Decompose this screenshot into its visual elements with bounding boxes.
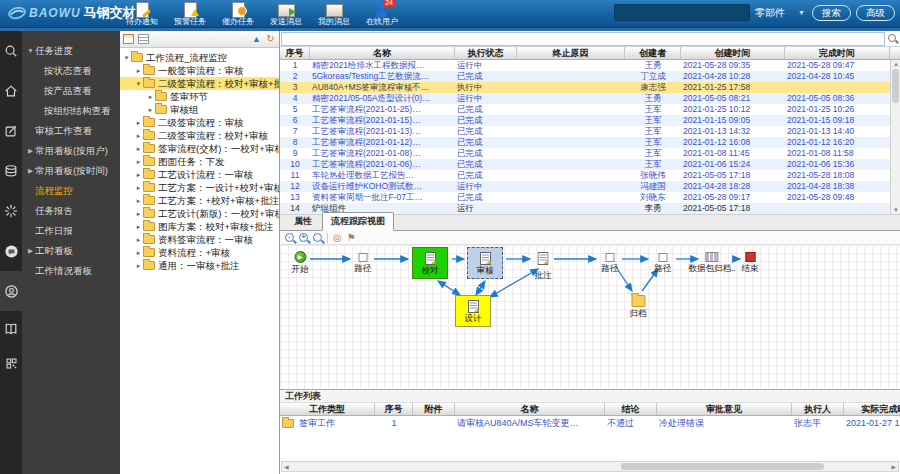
- column-header[interactable]: 工作类型: [280, 403, 375, 415]
- sidebar-item-active[interactable]: 流程监控: [22, 181, 120, 201]
- tree-caret-icon[interactable]: ▸: [134, 246, 143, 259]
- tree-caret-icon[interactable]: ▸: [134, 142, 143, 155]
- scroll-left-icon[interactable]: ◀: [284, 463, 289, 470]
- tree-node[interactable]: ▾二级签审流程：校对+审核+批注: [120, 77, 279, 90]
- diagram-node-path[interactable]: 路径: [655, 251, 672, 275]
- tab-properties[interactable]: 属性: [286, 213, 320, 230]
- table-cell[interactable]: 签审工作: [280, 416, 375, 430]
- tree-caret-icon[interactable]: ▸: [134, 129, 143, 142]
- column-header[interactable]: 附件: [413, 403, 455, 415]
- column-header[interactable]: 名称: [455, 403, 605, 415]
- sidebar-item-item[interactable]: 工作情况看板: [22, 261, 120, 281]
- spinner-icon[interactable]: [0, 191, 22, 231]
- diagram-node-box-green[interactable]: 校对: [412, 247, 448, 279]
- sidebar-item-item[interactable]: 审核工作查看: [22, 121, 120, 141]
- sidebar-item-item[interactable]: ▶常用看板(按时间): [22, 161, 120, 181]
- table-row[interactable]: 8工艺签审流程(2021-01-12)…已完成王军2021-01-12 16:0…: [280, 137, 900, 148]
- tab-process-trace-view[interactable]: 流程跟踪视图: [322, 212, 394, 231]
- column-header[interactable]: 执行状态: [455, 47, 517, 59]
- tree-caret-icon[interactable]: ▸: [134, 181, 143, 194]
- table-row[interactable]: 7工艺签审流程(2021-01-13)…已完成王军2021-01-13 14:3…: [280, 126, 900, 137]
- doc-clock-button[interactable]: 催办任务: [214, 1, 262, 28]
- tree-node[interactable]: ▸图库方案：校对+审核+批注: [120, 220, 279, 233]
- table-row[interactable]: 12设备运行维护KOHO测试数…运行中冯建国2021-04-28 18:2820…: [280, 181, 900, 192]
- table-row[interactable]: 25Gkoreas/Testing工艺数据流…已完成丁立成2021-04-28 …: [280, 71, 900, 82]
- table-row[interactable]: 11车轮热处理数据工艺报告…已完成张晓伟2021-05-05 17:182021…: [280, 170, 900, 181]
- diagram-node-archive[interactable]: 数据包归档..: [688, 251, 735, 275]
- column-header[interactable]: 创建者: [625, 47, 681, 59]
- tree-node[interactable]: ▸二级签审流程：审核: [120, 116, 279, 129]
- monitor-icon[interactable]: [0, 271, 22, 311]
- zoom-out-icon[interactable]: -: [285, 233, 294, 242]
- tree-node[interactable]: ▸审核组: [120, 103, 279, 116]
- scroll-up-icon[interactable]: ▲: [891, 60, 900, 68]
- column-header[interactable]: 名称: [310, 47, 455, 59]
- diagram-node-path[interactable]: 路径: [355, 251, 372, 275]
- search-icon[interactable]: [0, 31, 22, 71]
- tree-caret-icon[interactable]: ▾: [122, 51, 131, 64]
- table-cell[interactable]: 请审核AU840A/MS车轮变更…: [455, 416, 605, 430]
- tree-node[interactable]: ▸一般签审流程：审核: [120, 64, 279, 77]
- tree-node[interactable]: ▸资料流程：+审核: [120, 246, 279, 259]
- advanced-search-button[interactable]: 高级: [856, 5, 895, 21]
- diagram-node-box-blue[interactable]: 审核: [467, 247, 503, 279]
- tree-caret-icon[interactable]: ▸: [134, 233, 143, 246]
- column-header[interactable]: 执行人: [792, 403, 844, 415]
- diagram-node-end[interactable]: 结束: [742, 251, 759, 275]
- tree-caret-icon[interactable]: ▸: [134, 155, 143, 168]
- tree-node[interactable]: ▸图面任务：下发: [120, 155, 279, 168]
- tree-node[interactable]: ▸资料签审流程：一审核: [120, 233, 279, 246]
- tree-caret-icon[interactable]: ▸: [134, 168, 143, 181]
- book-icon[interactable]: [0, 311, 22, 346]
- locate-icon[interactable]: ◎: [333, 233, 342, 243]
- column-header[interactable]: 序号: [280, 47, 310, 59]
- table-row[interactable]: 1精密2021给排水工程数据报…运行中王勇2021-05-28 09:35202…: [280, 60, 900, 71]
- tree-node[interactable]: ▸工艺方案：+校对+审核+批注: [120, 194, 279, 207]
- scrollbar-thumb[interactable]: [621, 463, 824, 470]
- sidebar-item-item[interactable]: ▶常用看板(按用户): [22, 141, 120, 161]
- tree-caret-icon[interactable]: ▸: [146, 103, 155, 116]
- sidebar-item-item[interactable]: 工作日报: [22, 221, 120, 241]
- column-header[interactable]: 结论: [605, 403, 657, 415]
- mail-button[interactable]: 我的消息: [310, 1, 358, 28]
- work-list-row[interactable]: 签审工作1请审核AU840A/MS车轮变更…不通过冷处理错误张志平2021-01…: [280, 416, 900, 430]
- tree-caret-icon[interactable]: ▸: [134, 116, 143, 129]
- sidebar-item-sub[interactable]: 按组织结构查看: [22, 101, 120, 121]
- table-row[interactable]: 10工艺签审流程(2021-01-06)…已完成王军2021-01-06 15:…: [280, 159, 900, 170]
- mail-send-button[interactable]: 发送消息: [262, 1, 310, 28]
- diagram-node-start[interactable]: ▶开始: [292, 251, 309, 276]
- tree-caret-icon[interactable]: ▸: [134, 220, 143, 233]
- tree-node[interactable]: ▸签审流程(交材)：一校对+审核+批注: [120, 142, 279, 155]
- horizontal-scrollbar[interactable]: ◀ ▶: [281, 461, 899, 472]
- tree-caret-icon[interactable]: ▸: [134, 259, 143, 272]
- tree-node[interactable]: ▸签审环节: [120, 90, 279, 103]
- doc-edit-button[interactable]: 待办通知: [118, 1, 166, 28]
- search-button[interactable]: 搜索: [812, 5, 851, 21]
- flag-icon[interactable]: ⚑: [347, 233, 356, 243]
- zoom-reset-icon[interactable]: [313, 233, 322, 242]
- search-icon[interactable]: [888, 34, 896, 42]
- column-header[interactable]: 创建时间: [681, 47, 785, 59]
- column-header[interactable]: 终止原因: [517, 47, 625, 59]
- table-row[interactable]: 9工艺签审流程(2021-01-08)…已完成王军2021-01-08 11:4…: [280, 148, 900, 159]
- scrollbar-thumb[interactable]: [892, 69, 899, 103]
- refresh-icon[interactable]: ↻: [265, 34, 276, 44]
- tree-caret-icon[interactable]: ▸: [134, 194, 143, 207]
- chat-icon[interactable]: [0, 231, 22, 271]
- table-filter-input[interactable]: [281, 32, 885, 46]
- column-header[interactable]: 完成时间: [785, 47, 890, 59]
- diagram-node-path[interactable]: 路径: [602, 251, 619, 275]
- table-row[interactable]: 3AU840A+MS签审流程审核不…执行中康志强2021-01-25 17:58: [280, 82, 900, 93]
- edit-icon[interactable]: [0, 111, 22, 151]
- sidebar-item-item[interactable]: 任务报告: [22, 201, 120, 221]
- tree-node[interactable]: ▸工艺设计(新版)：一校对+审核: [120, 207, 279, 220]
- tree-list-icon[interactable]: [138, 34, 149, 44]
- zoom-in-icon[interactable]: +: [299, 233, 308, 242]
- search-category-dropdown[interactable]: 零部件 ▼: [755, 6, 807, 20]
- home-icon[interactable]: [0, 71, 22, 111]
- diagram-node-box-yellow[interactable]: 设计: [455, 295, 491, 327]
- table-row[interactable]: 5工艺签审流程(2021-01-25)…已完成王军2021-01-25 10:1…: [280, 104, 900, 115]
- column-header[interactable]: 序号: [375, 403, 413, 415]
- tree-view-icon[interactable]: [123, 34, 134, 44]
- tree-caret-icon[interactable]: ▸: [146, 90, 155, 103]
